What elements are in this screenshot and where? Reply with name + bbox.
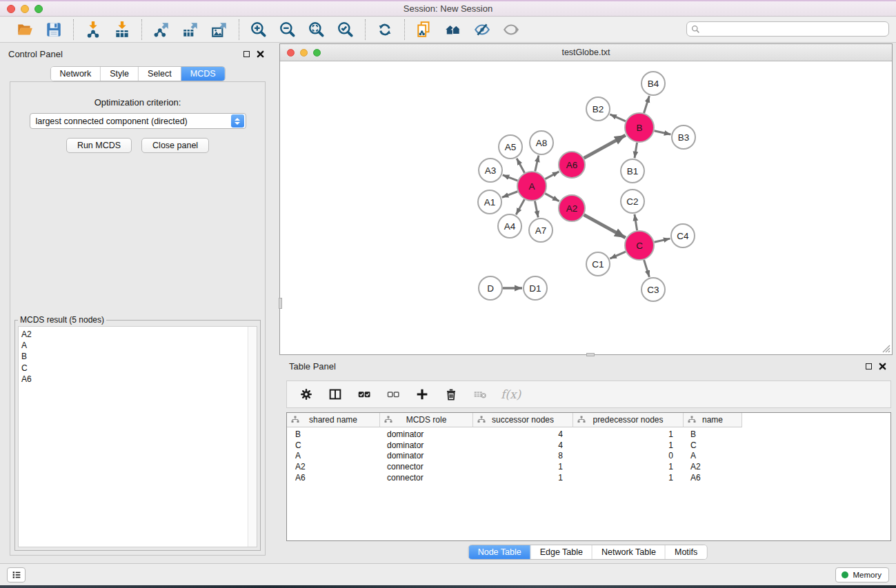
show-panel-list-button[interactable] [7,567,26,582]
table-body: Bdominator41BCdominator41CAdominator80AA… [287,427,890,483]
edge-B-B2[interactable] [610,114,626,121]
run-mcds-button[interactable]: Run MCDS [66,138,132,153]
search-field[interactable] [686,21,889,37]
edge-A-A4[interactable] [516,199,524,214]
table-row[interactable]: Bdominator41B [287,429,890,440]
plus-icon [415,387,430,402]
tab-style[interactable]: Style [101,67,139,81]
edge-A-A7[interactable] [535,201,538,218]
add-column-button[interactable] [414,386,430,403]
table-options-button[interactable] [298,386,315,403]
float-table-panel-icon[interactable] [866,363,872,369]
edge-A-A6[interactable] [545,172,559,179]
edge-B-B3[interactable] [654,131,670,134]
close-panel-button[interactable]: Close panel [141,138,209,153]
duplicate-network-button[interactable] [413,19,435,40]
edge-A-A1[interactable] [502,192,518,198]
show-panels-button[interactable] [500,19,522,40]
close-table-panel-icon[interactable] [879,363,886,370]
edge-A-A5[interactable] [517,159,524,173]
optimization-criterion-select[interactable]: largest connected component (directed) [30,113,246,129]
open-file-button[interactable] [14,19,36,40]
column-header-MCDS-role[interactable]: MCDS role [380,413,473,427]
delete-column-button[interactable] [443,386,459,403]
node-label-C3: C3 [647,285,659,295]
mcds-result-item[interactable]: B [21,351,257,362]
node-label-B4: B4 [648,79,659,89]
edge-A-A3[interactable] [503,175,518,181]
edge-A-A8[interactable] [535,156,539,172]
table-cell: 0 [573,451,684,462]
node-label-A7: A7 [535,225,547,236]
resize-grip-icon[interactable] [881,343,890,353]
zoom-in-button[interactable] [248,19,270,40]
table-cell: C [287,440,380,452]
mcds-result-list: A2ABCA6 [18,326,257,547]
table-panel: Table Panel [279,357,896,561]
network-canvas[interactable]: B4B2BB3A5A8A6B1A3AA1C2A2A4A7C4CC1C3DD1 [280,61,892,354]
tab-network[interactable]: Network [50,67,101,81]
table-cell: A2 [684,462,742,473]
table-cell: 4 [473,440,573,452]
tab-edge-table[interactable]: Edge Table [531,545,593,559]
edge-A2-C[interactable] [584,215,626,238]
table-row[interactable]: Adominator80A [287,451,890,462]
select-all-columns-button[interactable] [356,386,372,403]
memory-button[interactable]: Memory [835,567,889,582]
tab-motifs[interactable]: Motifs [666,545,706,559]
import-network-button[interactable] [82,19,104,40]
edge-C-C1[interactable] [610,252,626,258]
edge-A-A2[interactable] [545,194,559,201]
column-header-name[interactable]: name [684,413,742,427]
list-icon [11,569,22,580]
edge-B-B4[interactable] [644,96,650,113]
export-network-button[interactable] [150,19,172,40]
split-column-button[interactable] [327,386,344,403]
edge-C-C2[interactable] [635,214,637,230]
deselect-all-columns-button[interactable] [385,386,401,403]
tab-mcds[interactable]: MCDS [181,67,225,81]
network-graph[interactable]: B4B2BB3A5A8A6B1A3AA1C2A2A4A7C4CC1C3DD1 [280,61,892,354]
home-button[interactable] [442,19,464,40]
column-header-shared-name[interactable]: shared name [287,413,380,427]
mcds-result-group: MCDS result (5 nodes) A2ABCA6 [14,315,261,551]
zoom-selected-button[interactable] [335,19,357,40]
node-table[interactable]: shared nameMCDS rolesuccessor nodesprede… [286,412,891,541]
optimization-criterion-label: Optimization criterion: [10,97,265,108]
float-panel-icon[interactable] [243,51,250,57]
hide-panels-button[interactable] [471,19,493,40]
mcds-result-item[interactable]: A [21,340,257,351]
zoom-selected-icon [337,21,355,39]
column-header-successor-nodes[interactable]: successor nodes [473,413,573,427]
table-cell: 1 [473,462,573,473]
table-row[interactable]: A6connector11A6 [287,473,890,484]
edge-C-C3[interactable] [644,260,650,277]
tab-network-table[interactable]: Network Table [593,545,666,559]
result-scrollbar[interactable] [248,327,257,547]
network-window-titlebar[interactable]: testGlobe.txt [280,44,892,61]
export-image-button[interactable] [208,19,230,40]
table-row[interactable]: Cdominator41C [287,440,890,452]
bottom-edge-grip[interactable] [586,353,595,356]
table-row[interactable]: A2connector11A2 [287,462,890,473]
tab-node-table[interactable]: Node Table [469,545,531,559]
zoom-fit-button[interactable] [306,19,328,40]
table-cell: 8 [473,451,573,462]
mcds-result-item[interactable]: A2 [21,329,257,340]
tab-select[interactable]: Select [139,67,181,81]
mcds-result-item[interactable]: A6 [21,374,257,385]
status-bar: Memory [0,563,896,585]
left-edge-grip[interactable] [279,298,282,309]
close-panel-icon[interactable] [257,50,264,58]
column-header-predecessor-nodes[interactable]: predecessor nodes [573,413,684,427]
mcds-result-item[interactable]: C [21,363,257,374]
edge-C-C4[interactable] [654,239,670,242]
zoom-out-button[interactable] [277,19,299,40]
search-input[interactable] [700,23,888,35]
edge-B-B1[interactable] [635,143,637,159]
edge-A6-B[interactable] [584,135,626,158]
import-table-button[interactable] [111,19,133,40]
refresh-button[interactable] [374,19,396,40]
export-table-button[interactable] [179,19,201,40]
save-session-button[interactable] [43,19,65,40]
